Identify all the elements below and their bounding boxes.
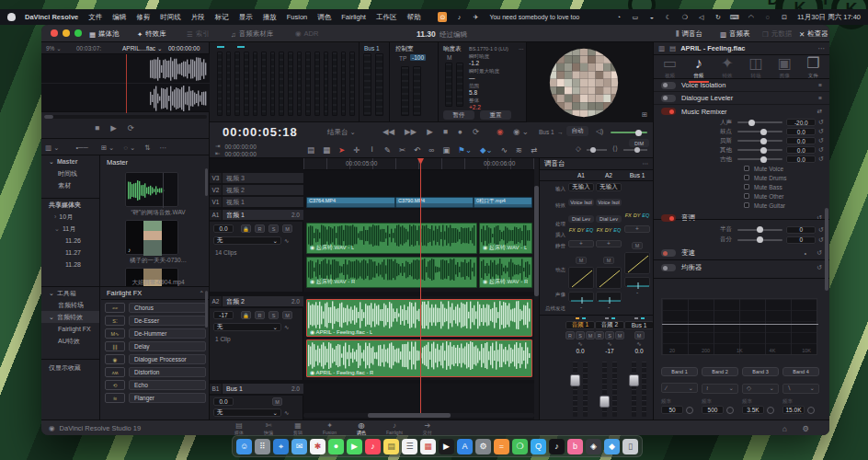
loudness-reset-button[interactable]: 重置 xyxy=(480,110,511,120)
music-remixer-toggle[interactable] xyxy=(661,108,676,115)
band-gain-knob[interactable] xyxy=(767,407,774,414)
menu-item[interactable]: 编辑 xyxy=(112,13,126,22)
param-value[interactable]: 0.0 xyxy=(786,155,816,163)
strip-curve-icon[interactable]: ∿ xyxy=(565,340,595,348)
param-value[interactable]: 0.0 xyxy=(786,146,816,154)
expand-viewer-icon[interactable]: ⊞ xyxy=(642,110,647,119)
menu-item[interactable]: Fusion xyxy=(287,13,308,21)
meters-toggle-button[interactable]: ▥音频表 xyxy=(720,29,750,39)
a2-lock-button[interactable]: 🔒 xyxy=(241,311,251,319)
timeline-select[interactable]: 结果台 ⌄ xyxy=(327,128,356,137)
strip-record-button[interactable]: R xyxy=(595,331,604,339)
dock-app-icon[interactable]: ⌖ xyxy=(273,439,289,454)
fx-chip[interactable]: Dial Lev xyxy=(596,215,622,223)
reset-icon[interactable]: ↺ xyxy=(818,236,824,244)
process-order[interactable]: FXDYEQ xyxy=(596,227,622,233)
band-enable-button[interactable]: Band 1 xyxy=(661,367,698,376)
status-icon[interactable]: ◒ xyxy=(647,12,657,22)
speed-toggle[interactable] xyxy=(661,249,676,257)
input-select[interactable]: 无输入 xyxy=(596,183,622,191)
strip-mute-button[interactable]: M xyxy=(634,331,645,339)
band-freq-value[interactable]: 3.5K xyxy=(742,406,764,414)
apple-menu-icon[interactable] xyxy=(7,13,16,21)
dock-app-icon[interactable]: ☺ xyxy=(236,439,252,454)
audio-clip[interactable]: ◉ 起床铃.WAV - L xyxy=(479,223,532,254)
monitor-knob-icon[interactable]: ◇ xyxy=(576,144,581,153)
param-value[interactable]: 0.0 xyxy=(786,128,816,135)
dynamics-graph[interactable] xyxy=(568,267,594,289)
reset-icon[interactable]: ↺ xyxy=(818,137,824,144)
strip-curve-icon[interactable]: ∿ xyxy=(624,340,654,348)
track-header-v2[interactable]: V2视频 2 xyxy=(210,185,303,196)
tab-transition[interactable]: ◫转场 xyxy=(742,54,770,79)
mute-switch[interactable]: M xyxy=(576,257,587,264)
band-gain-knob[interactable] xyxy=(807,407,815,414)
shared-subfolder[interactable]: 11.28 xyxy=(41,259,99,270)
process-order[interactable]: FXDYEQ xyxy=(624,213,650,218)
mute-switch[interactable]: M xyxy=(632,242,643,249)
loop-button[interactable]: ⟳ xyxy=(473,127,479,136)
bin-master[interactable]: ⌄ Master xyxy=(41,155,99,167)
fx-item[interactable]: ∥∥ Delay xyxy=(105,341,206,351)
edit-tool-icon[interactable]: Ｉ xyxy=(368,144,376,155)
adr-button[interactable]: ◉ADR xyxy=(295,29,318,38)
record-button[interactable]: ● xyxy=(458,127,463,136)
stop-button[interactable]: ■ xyxy=(443,127,448,136)
strip-fader-value[interactable]: -17 xyxy=(595,348,624,354)
a2-record-arm-button[interactable]: R xyxy=(255,311,265,319)
status-icon[interactable]: ◔ xyxy=(614,12,623,22)
dock-app-icon[interactable]: ⠿ xyxy=(255,439,270,454)
track-header-v1[interactable]: V1视频 1 xyxy=(210,197,303,208)
media-clip-name[interactable]: 大姐日常-0904.mp4 xyxy=(112,279,204,286)
fx-item[interactable]: S⁚ De-Esser xyxy=(105,316,206,326)
dock-app-icon[interactable]: ♪ xyxy=(549,439,565,454)
dock-app-icon[interactable]: b xyxy=(567,439,583,454)
menu-item[interactable]: 片段 xyxy=(191,13,205,22)
param-slider[interactable] xyxy=(737,140,782,142)
menubar-clock[interactable]: 11月30日 周六 17:40 xyxy=(797,13,861,22)
audio-clip-selected[interactable]: ◉ APRIL - Feeling.flac - L xyxy=(306,299,532,337)
mixer-ch-a2[interactable]: A2 xyxy=(595,172,622,178)
a1-record-arm-button[interactable]: R xyxy=(255,224,265,233)
timeline-playhead[interactable] xyxy=(420,158,421,414)
fast-forward-button[interactable]: ▶▶ xyxy=(405,127,417,136)
status-icon[interactable]: ▭ xyxy=(631,12,640,22)
close-button[interactable] xyxy=(51,29,58,37)
mute-checkbox[interactable] xyxy=(744,166,749,171)
b1-automation-curve-icon[interactable]: ∿ xyxy=(284,409,289,417)
fx-fairlight-fx[interactable]: Fairlight FX xyxy=(41,323,99,335)
video-clip[interactable]: 0粒口干.mp4 xyxy=(474,197,532,208)
band-enable-button[interactable]: Band 2 xyxy=(702,367,738,376)
reset-icon[interactable]: ↺ xyxy=(817,249,822,257)
insert-plugin-button[interactable]: + xyxy=(596,240,622,247)
stop-button[interactable]: ■ xyxy=(95,123,99,132)
mute-checkbox[interactable] xyxy=(744,184,749,190)
param-value[interactable]: 0.0 xyxy=(786,137,816,144)
dock-app-icon[interactable]: ▶ xyxy=(439,439,454,454)
zoom-button[interactable] xyxy=(74,29,82,37)
input-select[interactable]: 无输入 xyxy=(568,183,594,191)
band-gain-knob[interactable] xyxy=(686,407,693,414)
strip-mute-button[interactable]: M xyxy=(615,331,624,339)
dynamics-graph[interactable] xyxy=(624,252,650,274)
a1-lock-button[interactable]: 🔒 xyxy=(241,224,251,233)
loop-button[interactable]: ⟳ xyxy=(128,123,134,132)
inspector-toggle-button[interactable]: ✕检查器 xyxy=(799,29,828,39)
out-timecode[interactable]: 00:00:00:00 xyxy=(224,151,256,157)
fx-favorites-filter[interactable]: 仅显示收藏 xyxy=(41,362,99,374)
fx-chip[interactable]: Dial Lev xyxy=(568,215,594,223)
timeline-h-scrollbar[interactable] xyxy=(303,413,534,418)
menu-item[interactable]: 调色 xyxy=(317,13,331,22)
clip-grid-scrollbar[interactable] xyxy=(205,168,208,196)
reset-icon[interactable]: ↺ xyxy=(818,146,824,154)
strip-fader-value[interactable]: 0.0 xyxy=(624,348,654,354)
strip-curve-icon[interactable]: ∿ xyxy=(595,340,624,348)
fx-audio-transitions[interactable]: 音频转场 xyxy=(41,299,99,311)
fx-item[interactable]: ≈≈ Chorus xyxy=(105,303,206,313)
strip-fader[interactable] xyxy=(599,362,621,417)
mute-checkbox[interactable] xyxy=(744,193,749,199)
b1-fx-select[interactable]: 无⌄ xyxy=(213,408,281,417)
fx-item[interactable]: ≋ Flanger xyxy=(105,393,206,403)
status-icon[interactable]: ◠ xyxy=(747,12,756,22)
band-freq-value[interactable]: 15.0K xyxy=(782,406,805,414)
